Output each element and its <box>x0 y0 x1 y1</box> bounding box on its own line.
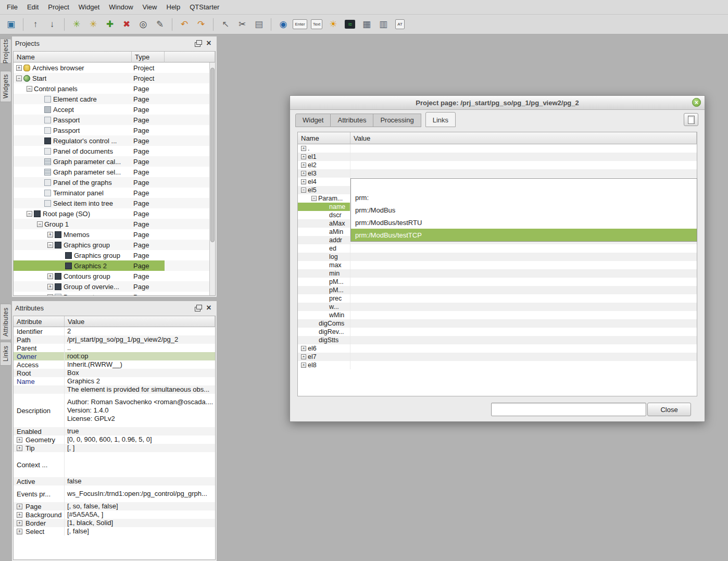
run-project-icon[interactable]: ▣ <box>3 17 19 32</box>
link-row[interactable]: digComs <box>298 319 697 328</box>
elfigure-widget-icon[interactable]: ◉ <box>275 17 291 32</box>
tree-row[interactable]: Element cadrePage <box>14 94 215 104</box>
attribute-row[interactable]: The element is provided for simultaneous… <box>14 385 215 394</box>
tree-row[interactable]: Terminator panelPage <box>14 188 215 198</box>
link-row[interactable]: +el2 <box>298 161 697 169</box>
tree-expand-icon[interactable]: + <box>47 273 53 279</box>
menu-item-view[interactable]: View <box>138 1 162 14</box>
link-row[interactable]: +. <box>298 144 697 153</box>
dialog-close-button[interactable] <box>692 98 701 107</box>
attribute-row[interactable]: DescriptionAuthor: Roman Savochenko <rom… <box>14 394 215 427</box>
float-panel-button[interactable] <box>193 39 202 48</box>
dropdown-item[interactable]: prm:/ModBus <box>351 204 697 216</box>
projects-scrollbar[interactable] <box>209 63 215 295</box>
tree-collapse-icon[interactable]: − <box>37 221 43 227</box>
tree-expand-icon[interactable]: + <box>47 284 53 290</box>
close-panel-button[interactable] <box>204 39 214 48</box>
diagram-widget-icon[interactable]: ≈ <box>342 17 358 32</box>
link-row[interactable]: pM... <box>298 278 697 286</box>
link-row[interactable]: wMin <box>298 311 697 319</box>
delete-widget-icon[interactable]: ✖ <box>119 17 134 32</box>
column-header-name[interactable]: Name <box>298 132 350 144</box>
tab-processing[interactable]: Processing <box>373 114 421 127</box>
column-header-name[interactable]: Name <box>14 52 132 63</box>
close-button[interactable]: Close <box>647 403 691 416</box>
column-header-attribute[interactable]: Attribute <box>14 316 65 327</box>
tree-row[interactable]: Panel of documentsPage <box>14 146 215 156</box>
attribute-row[interactable]: AccessInherit.(RWRW__) <box>14 360 215 369</box>
menu-item-widget[interactable]: Widget <box>74 1 104 14</box>
link-row[interactable]: +el3 <box>298 169 697 178</box>
menu-item-window[interactable]: Window <box>104 1 137 14</box>
tree-expand-icon[interactable]: + <box>47 294 53 296</box>
link-expand-icon[interactable]: + <box>301 171 306 176</box>
dock-tab-attributes[interactable]: Attributes <box>0 304 11 340</box>
tab-attributes[interactable]: Attributes <box>331 114 373 127</box>
attribute-expand-icon[interactable]: + <box>17 512 22 518</box>
undo-icon[interactable]: ↶ <box>177 17 192 32</box>
attribute-row[interactable]: +Select[, false] <box>14 527 215 535</box>
tree-expand-icon[interactable]: + <box>16 65 22 71</box>
menu-item-edit[interactable]: Edit <box>22 1 43 14</box>
menu-item-project[interactable]: Project <box>43 1 73 14</box>
link-row[interactable]: +el6 <box>298 344 697 353</box>
menu-item-qtstarter[interactable]: QTStarter <box>185 1 224 14</box>
attribute-row[interactable]: Ownerroot:op <box>14 352 215 360</box>
link-row[interactable]: +el7 <box>298 353 697 361</box>
attribute-row[interactable]: Path/prj_start/pg_so/pg_1/pg_view2/pg_2 <box>14 335 215 344</box>
attribute-row[interactable]: Parent.. <box>14 344 215 352</box>
tree-row[interactable]: Graphics groupPage <box>14 250 215 260</box>
attribute-row[interactable]: NameGraphics 2 <box>14 377 215 385</box>
tree-row[interactable]: Select item into treePage <box>14 198 215 208</box>
attribute-expand-icon[interactable]: + <box>17 504 22 509</box>
tree-row[interactable]: Panel of the graphsPage <box>14 177 215 188</box>
tree-row[interactable]: Regulator's control ...Page <box>14 135 215 146</box>
link-expand-icon[interactable]: + <box>301 179 306 184</box>
attribute-row[interactable]: Events pr...ws_FocusIn:/trnd1:open:/pg_c… <box>14 485 215 502</box>
link-row[interactable]: min <box>298 269 697 278</box>
tree-row[interactable]: −Root page (SO)Page <box>14 208 215 219</box>
document-widget-icon[interactable]: ▥ <box>375 17 391 32</box>
link-expand-icon[interactable]: + <box>301 346 306 351</box>
attribute-row[interactable]: +Page[, so, false, false] <box>14 502 215 510</box>
column-header-value[interactable]: Value <box>65 316 215 327</box>
text-widget-icon[interactable]: Text <box>309 17 324 32</box>
edit-widget-icon[interactable]: ✎ <box>152 17 168 32</box>
tree-row[interactable]: Graphics 2Page <box>14 260 215 271</box>
tree-row[interactable]: PassportPage <box>14 115 215 125</box>
link-value-input[interactable] <box>491 403 646 416</box>
cut-icon[interactable]: ✂ <box>234 17 250 32</box>
attribute-expand-icon[interactable]: + <box>17 437 22 443</box>
menu-item-help[interactable]: Help <box>162 1 185 14</box>
dock-tab-links[interactable]: Links <box>0 342 11 366</box>
attribute-row[interactable]: Enabledtrue <box>14 427 215 435</box>
tree-collapse-icon[interactable]: − <box>27 86 32 92</box>
tree-row[interactable]: +Group of overvie...Page <box>14 281 215 292</box>
column-header-type[interactable]: Type <box>132 52 165 63</box>
view-widget-icon[interactable]: ◎ <box>135 17 151 32</box>
attribute-row[interactable]: +Geometry[0, 0, 900, 600, 1, 0.96, 5, 0] <box>14 435 215 444</box>
float-panel-button[interactable] <box>193 303 202 313</box>
attribute-expand-icon[interactable]: + <box>17 520 22 526</box>
add-widget-icon[interactable]: ✚ <box>102 17 118 32</box>
dock-tab-widgets[interactable]: Widgets <box>0 71 11 102</box>
dropdown-item[interactable] <box>351 179 697 191</box>
redo-icon[interactable]: ↷ <box>193 17 209 32</box>
link-expand-icon[interactable]: + <box>301 146 306 151</box>
link-row[interactable]: +el1 <box>298 153 697 161</box>
attribute-expand-icon[interactable]: + <box>17 445 22 451</box>
attribute-row[interactable]: Activefalse <box>14 477 215 485</box>
cursor-icon[interactable]: ↖ <box>218 17 233 32</box>
function-widget-icon[interactable]: AT <box>392 17 408 32</box>
attribute-row[interactable]: +Border[1, black, Solid] <box>14 519 215 527</box>
save-icon[interactable]: ↓ <box>44 17 60 32</box>
tree-collapse-icon[interactable]: − <box>27 211 32 217</box>
dropdown-item[interactable]: prm:/ModBus/testTCP <box>351 229 697 241</box>
link-row[interactable]: prec <box>298 294 697 303</box>
link-row[interactable]: digRev... <box>298 328 697 336</box>
link-row[interactable]: +el8 <box>298 361 697 369</box>
tree-row[interactable]: AcceptPage <box>14 104 215 115</box>
link-expand-icon[interactable]: + <box>301 163 306 168</box>
tree-row[interactable]: −Graphics groupPage <box>14 240 215 250</box>
link-row[interactable]: digStts <box>298 336 697 344</box>
